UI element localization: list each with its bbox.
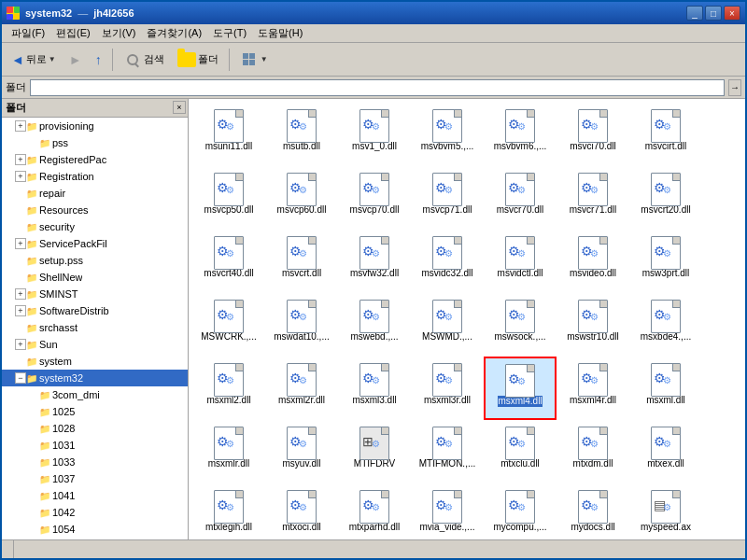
file-item-31[interactable]: ⚙⚙msxml3r.dll [411, 357, 484, 420]
menu-tools[interactable]: 도구(T) [207, 24, 252, 42]
file-item-1[interactable]: ⚙⚙msutb.dll [265, 103, 338, 166]
file-item-25[interactable]: ⚙⚙mswsock.,... [484, 293, 557, 357]
file-item-7[interactable]: ⚙⚙msvcp50.dll [192, 166, 265, 230]
file-item-38[interactable]: ⚙⚙MTIFMON.,... [411, 420, 484, 483]
sidebar-item-system32[interactable]: −📁system32 [2, 370, 188, 386]
file-item-39[interactable]: ⚙⚙mtxclu.dll [484, 420, 557, 483]
sidebar-item-registration[interactable]: +📁Registration [2, 168, 188, 185]
minimize-button[interactable]: _ [686, 6, 703, 21]
file-item-41[interactable]: ⚙⚙mtxex.dll [629, 420, 702, 483]
file-item-8[interactable]: ⚙⚙msvcp60.dll [265, 166, 338, 230]
file-item-2[interactable]: ⚙⚙msv1_0.dll [338, 103, 411, 166]
expand-icon-provisioning[interactable]: + [15, 120, 26, 132]
file-item-9[interactable]: ⚙⚙msvcp70.dll [338, 166, 411, 230]
file-item-30[interactable]: ⚙⚙msxml3.dll [338, 357, 411, 420]
file-item-3[interactable]: ⚙⚙msvbvm5.,... [411, 103, 484, 166]
file-item-46[interactable]: ⚙⚙mycompu.,... [484, 483, 557, 539]
file-item-33[interactable]: ⚙⚙msxml4r.dll [557, 357, 629, 420]
expand-icon-sminst[interactable]: + [15, 288, 26, 300]
sidebar-item-servicepackfil[interactable]: +📁ServicePackFil [2, 235, 188, 252]
sidebar-item-setup_pss[interactable]: 📁setup.pss [2, 252, 188, 269]
file-item-35[interactable]: ⚙⚙msxmlr.dll [192, 420, 265, 483]
file-item-24[interactable]: ⚙⚙MSWMD.,... [411, 293, 484, 357]
file-item-23[interactable]: ⚙⚙mswebd.,... [338, 293, 411, 357]
sidebar-item-repair[interactable]: 📁repair [2, 185, 188, 202]
file-item-44[interactable]: ⚙⚙mtxparhd.dll [338, 483, 411, 539]
menu-view[interactable]: 보기(V) [96, 24, 142, 42]
file-item-42[interactable]: ⚙⚙mtxlegih.dll [192, 483, 265, 539]
sidebar-item-shellnew[interactable]: 📁ShellNew [2, 269, 188, 286]
menu-help[interactable]: 도움말(H) [252, 24, 308, 42]
file-item-18[interactable]: ⚙⚙msvidctl.dll [484, 230, 557, 293]
file-item-26[interactable]: ⚙⚙mswstr10.dll [557, 293, 629, 357]
file-item-40[interactable]: ⚙⚙mtxdm.dll [557, 420, 629, 483]
up-button[interactable]: ↑ [90, 47, 107, 73]
file-item-11[interactable]: ⚙⚙msvcr70.dll [484, 166, 557, 230]
file-item-6[interactable]: ⚙⚙msvcirt.dll [629, 103, 702, 166]
file-item-13[interactable]: ⚙⚙msvcrt20.dll [629, 166, 702, 230]
maximize-button[interactable]: □ [705, 6, 722, 21]
address-input[interactable] [30, 79, 725, 96]
file-item-5[interactable]: ⚙⚙msvci70.dll [557, 103, 629, 166]
sidebar-item-softwaredistrib[interactable]: +📁SoftwareDistrib [2, 302, 188, 319]
menu-favorites[interactable]: 즐겨찾기(A) [141, 24, 207, 42]
close-button[interactable]: × [724, 6, 740, 21]
sidebar-item-pss[interactable]: 📁pss [2, 134, 188, 151]
sidebar-item-system[interactable]: 📁system [2, 353, 188, 370]
back-button[interactable]: ◄ 뒤로 ▼ [6, 47, 62, 73]
expand-icon-softwaredistrib[interactable]: + [15, 305, 26, 316]
expand-icon-sun[interactable]: + [15, 339, 26, 350]
sidebar-item-1031[interactable]: 📁1031 [2, 437, 188, 454]
folder-button[interactable]: 폴더 [172, 47, 224, 73]
file-item-14[interactable]: ⚙⚙msvcrt40.dll [192, 230, 265, 293]
sidebar-item-1041[interactable]: 📁1041 [2, 487, 188, 504]
file-item-15[interactable]: ⚙⚙msvcrt.dll [265, 230, 338, 293]
sidebar-item-2052[interactable]: 📁2052 [2, 538, 188, 539]
sidebar-item-sminst[interactable]: +📁SMINST [2, 286, 188, 302]
menu-edit[interactable]: 편집(E) [50, 24, 96, 42]
file-item-10[interactable]: ⚙⚙msvcp71.dll [411, 166, 484, 230]
file-item-12[interactable]: ⚙⚙msvcr71.dll [557, 166, 629, 230]
sidebar-item-sun[interactable]: +📁Sun [2, 336, 188, 353]
file-item-16[interactable]: ⚙⚙msvfw32.dll [338, 230, 411, 293]
sidebar-item-1033[interactable]: 📁1033 [2, 454, 188, 470]
file-item-20[interactable]: ⚙⚙msw3prt.dll [629, 230, 702, 293]
file-item-45[interactable]: ⚙⚙mvia_vide.,... [411, 483, 484, 539]
file-item-32[interactable]: ⚙⚙msxml4.dll [484, 357, 557, 420]
file-item-34[interactable]: ⚙⚙msxml.dll [629, 357, 702, 420]
view-button[interactable]: ▼ [234, 47, 274, 73]
sidebar-item-resources[interactable]: 📁Resources [2, 202, 188, 218]
sidebar-item-1054[interactable]: 📁1054 [2, 521, 188, 538]
expand-icon-system32[interactable]: − [15, 372, 26, 384]
file-item-21[interactable]: ⚙⚙MSWCRK.,... [192, 293, 265, 357]
file-item-37[interactable]: ⊞⚙MTIFDRV [338, 420, 411, 483]
file-item-48[interactable]: ▤⚙myspeed.ax [629, 483, 702, 539]
file-item-0[interactable]: ⚙⚙msuni11.dll [192, 103, 265, 166]
sidebar-item-1028[interactable]: 📁1028 [2, 420, 188, 437]
search-button[interactable]: 검색 [118, 47, 170, 73]
sidebar-item-1025[interactable]: 📁1025 [2, 403, 188, 420]
file-item-27[interactable]: ⚙⚙msxbde4.,... [629, 293, 702, 357]
sidebar-item-security[interactable]: 📁security [2, 218, 188, 235]
file-item-36[interactable]: ⚙⚙msyuv.dll [265, 420, 338, 483]
menu-file[interactable]: 파일(F) [6, 24, 50, 42]
forward-button[interactable]: ► [63, 47, 88, 73]
expand-icon-registration[interactable]: + [15, 171, 26, 182]
file-item-4[interactable]: ⚙⚙msvbvm6.,... [484, 103, 557, 166]
file-item-19[interactable]: ⚙⚙msvideo.dll [557, 230, 629, 293]
sidebar-item-provisioning[interactable]: +📁provisioning [2, 118, 188, 134]
file-item-47[interactable]: ⚙⚙mydocs.dll [557, 483, 629, 539]
address-go-button[interactable]: → [728, 79, 741, 96]
file-item-43[interactable]: ⚙⚙mtxoci.dll [265, 483, 338, 539]
sidebar-item-1042[interactable]: 📁1042 [2, 504, 188, 521]
file-item-29[interactable]: ⚙⚙msxml2r.dll [265, 357, 338, 420]
file-item-22[interactable]: ⚙⚙mswdat10.,... [265, 293, 338, 357]
sidebar-item-3com_dmi[interactable]: 📁3com_dmi [2, 386, 188, 403]
sidebar-item-srchasst[interactable]: 📁srchasst [2, 319, 188, 336]
sidebar-close-button[interactable]: × [173, 101, 186, 114]
sidebar-item-registeredpac[interactable]: +📁RegisteredPac [2, 151, 188, 168]
file-item-28[interactable]: ⚙⚙msxml2.dll [192, 357, 265, 420]
sidebar-item-1037[interactable]: 📁1037 [2, 470, 188, 487]
expand-icon-servicepackfil[interactable]: + [15, 238, 26, 249]
file-item-17[interactable]: ⚙⚙msvidc32.dll [411, 230, 484, 293]
